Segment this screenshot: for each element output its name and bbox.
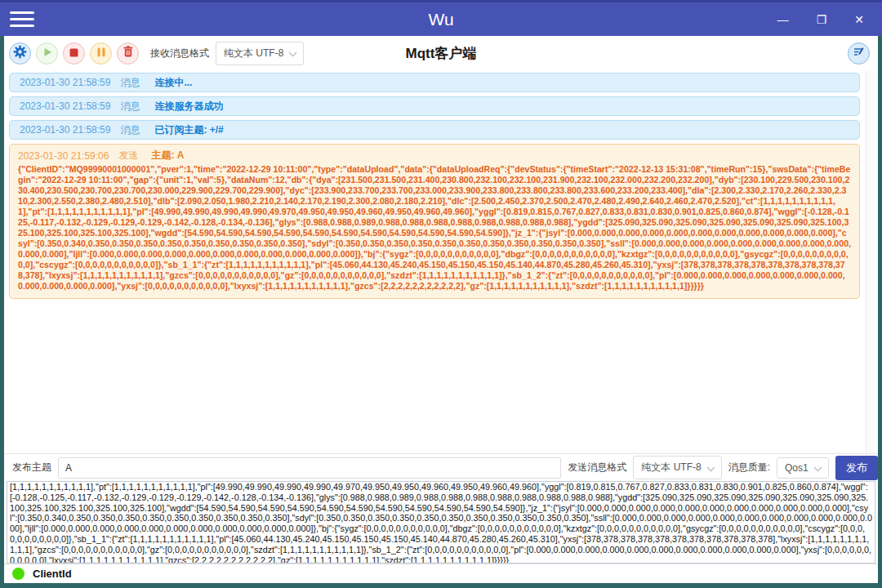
qos-select[interactable]: Qos1 xyxy=(777,457,829,479)
client-id-label: ClientId xyxy=(33,568,72,580)
sent-tag: 发送 xyxy=(118,149,138,163)
qos-label: 消息质量: xyxy=(728,461,770,474)
send-format-select[interactable]: 纯文本 UTF-8 xyxy=(633,456,721,479)
sent-message-header: 2023-01-30 21:59:06 发送 主题: A xyxy=(18,149,851,163)
settings-button[interactable] xyxy=(9,42,31,65)
send-format-value: 纯文本 UTF-8 xyxy=(641,461,701,473)
clear-messages-button[interactable] xyxy=(117,42,139,65)
receive-format-select[interactable]: 纯文本 UTF-8 xyxy=(216,42,304,65)
app-window: Wu — ❐ ✕ Mqtt客户端 xyxy=(0,0,882,588)
pause-button[interactable] xyxy=(90,42,112,65)
receive-format-value: 纯文本 UTF-8 xyxy=(224,47,283,59)
log-tag: 消息 xyxy=(120,123,140,137)
chevron-down-icon xyxy=(813,463,822,474)
sent-topic: 主题: A xyxy=(151,149,184,163)
connection-status-icon xyxy=(12,568,24,580)
publish-message-editor[interactable]: [1,1,1,1,1,1,1,1,1,1,1],"pt":[1,1,1,1,1,… xyxy=(7,481,875,564)
connect-button[interactable] xyxy=(36,42,58,65)
play-icon xyxy=(42,46,52,60)
log-tag: 消息 xyxy=(120,76,140,90)
log-text: 连接服务器成功 xyxy=(154,100,223,114)
log-time: 2023-01-30 21:58:59 xyxy=(20,100,110,112)
publish-topic-label: 发布主题 xyxy=(12,461,51,474)
message-log: 2023-01-30 21:58:59 消息 连接中... 2023-01-30… xyxy=(4,70,878,453)
receive-format-label: 接收消息格式 xyxy=(150,47,209,60)
log-time: 2023-01-30 21:58:59 xyxy=(20,77,110,88)
sent-message-block[interactable]: 2023-01-30 21:59:06 发送 主题: A {"ClientID"… xyxy=(9,144,860,299)
qos-value: Qos1 xyxy=(785,462,808,474)
trash-icon xyxy=(123,46,133,60)
log-row-subscribed[interactable]: 2023-01-30 21:58:59 消息 已订阅主题: +/# xyxy=(9,120,860,140)
publish-topic-input[interactable] xyxy=(58,457,561,479)
log-row-connecting[interactable]: 2023-01-30 21:58:59 消息 连接中... xyxy=(9,73,860,92)
window-content: Mqtt客户端 xyxy=(4,36,878,583)
stop-icon xyxy=(69,46,78,60)
toolbar: Mqtt客户端 xyxy=(4,36,878,70)
log-text: 已订阅主题: +/# xyxy=(154,123,223,137)
log-scrollbar[interactable] xyxy=(866,70,875,453)
stop-button[interactable] xyxy=(63,42,85,65)
send-format-label: 发送消息格式 xyxy=(568,461,626,474)
edit-pencil-icon xyxy=(853,46,865,61)
edit-message-button[interactable] xyxy=(848,42,870,65)
log-text: 连接中... xyxy=(154,76,192,90)
chevron-down-icon xyxy=(288,48,297,60)
status-bar: ClientId xyxy=(4,564,878,583)
log-row-connected[interactable]: 2023-01-30 21:58:59 消息 连接服务器成功 xyxy=(9,96,860,116)
sent-payload-json: {"ClientID":"MQ99990001000001","pver":1,… xyxy=(18,164,851,292)
title-bar: Wu — ❐ ✕ xyxy=(0,0,882,36)
log-tag: 消息 xyxy=(120,100,140,114)
pause-icon xyxy=(97,46,105,60)
publish-bar: 发布主题 发送消息格式 纯文本 UTF-8 消息质量: Qos1 发布 xyxy=(4,453,878,481)
sent-time: 2023-01-30 21:59:06 xyxy=(18,150,109,162)
window-title: Wu xyxy=(0,10,882,29)
publish-button[interactable]: 发布 xyxy=(835,456,878,480)
chevron-down-icon xyxy=(706,463,715,474)
log-time: 2023-01-30 21:58:59 xyxy=(20,124,110,136)
gear-icon xyxy=(13,45,27,62)
